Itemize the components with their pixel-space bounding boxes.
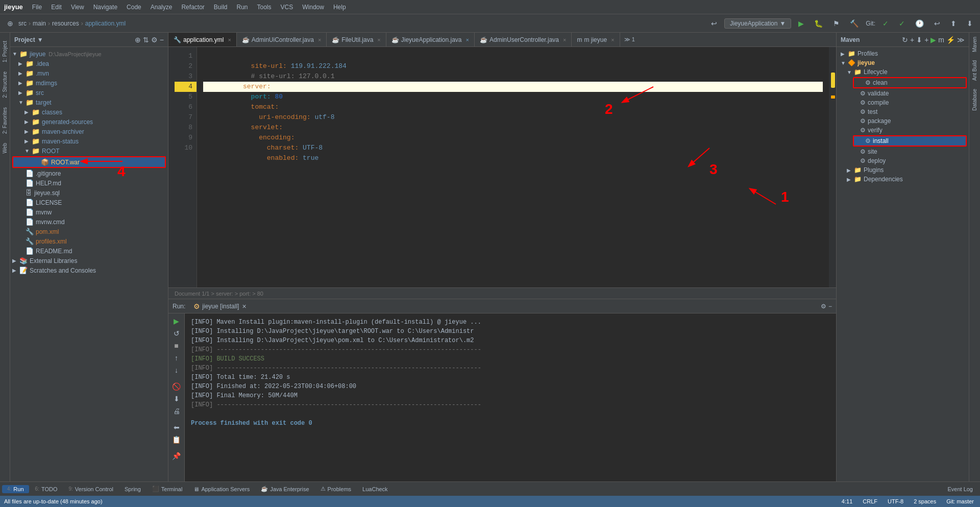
toolbar-back-icon[interactable]: ⊕ xyxy=(4,18,16,29)
run-config-selector[interactable]: JieyueApplication ▼ xyxy=(724,18,791,29)
left-strip-structure[interactable]: 2: Structure xyxy=(1,67,9,102)
bottom-tab-todo[interactable]: 6: TODO xyxy=(30,485,63,493)
tree-mdimgs[interactable]: ▶ 📁 mdimgs xyxy=(10,78,168,88)
statusbar-encoding[interactable]: UTF-8 xyxy=(886,498,905,504)
maven-package[interactable]: ⚙ package xyxy=(837,116,969,126)
maven-run-icon[interactable]: ▶ xyxy=(930,36,936,44)
tab-AdminUserController[interactable]: ☕ AdminUserController.java × xyxy=(475,33,572,47)
bottom-tab-spring[interactable]: Spring xyxy=(119,485,146,493)
tree-README-md[interactable]: 📄 README.md xyxy=(10,246,168,256)
bottom-tab-java-enterprise[interactable]: ☕ Java Enterprise xyxy=(256,485,314,493)
statusbar-crlf[interactable]: CRLF xyxy=(861,498,879,504)
maven-jieyue[interactable]: ▼ 🔶 jieyue xyxy=(837,58,969,67)
menu-view[interactable]: View xyxy=(67,3,88,12)
event-log-btn[interactable]: Event Log xyxy=(942,485,978,493)
tab-jieyue-maven[interactable]: m m jieyue × xyxy=(572,33,620,47)
tree-generated-sources[interactable]: ▶ 📁 generated-sources xyxy=(10,117,168,127)
git-history[interactable]: 🕐 xyxy=(912,18,927,29)
git-checkmark1[interactable]: ✓ xyxy=(879,18,892,29)
run-tab-close[interactable]: × xyxy=(242,302,246,310)
tab-fileutil-close[interactable]: × xyxy=(377,37,380,43)
statusbar-spaces[interactable]: 2 spaces xyxy=(912,498,938,504)
maven-expand-all-icon[interactable]: ≫ xyxy=(957,36,965,44)
locate-icon[interactable]: ⊕ xyxy=(135,36,141,44)
tree-target[interactable]: ▼ 📁 target xyxy=(10,98,168,107)
tree-gitignore[interactable]: 📄 .gitignore xyxy=(10,168,168,178)
maven-test[interactable]: ⚙ test xyxy=(837,107,969,116)
git-rollback[interactable]: ↩ xyxy=(931,18,943,29)
tree-profiles-xml[interactable]: 🔧 profiles.xml xyxy=(10,236,168,246)
undo-icon[interactable]: ↩ xyxy=(708,18,720,29)
statusbar-position[interactable]: 4:11 xyxy=(840,498,854,504)
coverage-button[interactable]: ⚑ xyxy=(830,18,843,29)
tab-AdminUiController[interactable]: ☕ AdminUiController.java × xyxy=(237,33,327,47)
tab-FileUtil[interactable]: ☕ FileUtil.java × xyxy=(327,33,386,47)
tree-ROOT[interactable]: ▼ 📁 ROOT xyxy=(10,146,168,156)
breadcrumb-main[interactable]: main xyxy=(33,20,46,27)
editor-content[interactable]: site-url: 119.91.222.184 # site-url: 127… xyxy=(197,47,829,287)
settings-icon[interactable]: ⚙ xyxy=(151,36,158,44)
maven-compile[interactable]: ⚙ compile xyxy=(837,98,969,107)
tree-mvnw[interactable]: 📄 mvnw xyxy=(10,207,168,217)
close-panel-icon[interactable]: − xyxy=(160,36,164,44)
bottom-tab-version-control[interactable]: 9: Version Control xyxy=(63,485,118,493)
menu-file[interactable]: File xyxy=(28,3,46,12)
tree-src[interactable]: ▶ 📁 src xyxy=(10,88,168,98)
breadcrumb-resources[interactable]: resources xyxy=(52,20,79,27)
bottom-tab-terminal[interactable]: ⬛ Terminal xyxy=(147,485,188,493)
tree-maven-status[interactable]: ▶ 📁 maven-status xyxy=(10,136,168,146)
maven-download-icon[interactable]: ⬇ xyxy=(916,36,922,44)
run-import-btn[interactable]: ⬅ xyxy=(172,422,181,433)
run-scroll-end-btn[interactable]: ⬇ xyxy=(172,393,181,404)
maven-install[interactable]: ⚙ install xyxy=(853,135,967,147)
menu-navigate[interactable]: Navigate xyxy=(89,3,121,12)
run-copy-btn[interactable]: 📋 xyxy=(170,434,182,445)
tab-adminui-close[interactable]: × xyxy=(318,37,321,43)
left-strip-project[interactable]: 1: Project xyxy=(1,37,9,66)
run-scroll-down-btn[interactable]: ↓ xyxy=(173,365,180,376)
build-button[interactable]: 🔨 xyxy=(847,18,862,29)
run-pin-btn[interactable]: 📌 xyxy=(170,450,182,462)
tab-overflow[interactable]: ≫ 1 xyxy=(622,36,637,43)
tab-JieyueApplication[interactable]: ☕ JieyueApplication.java × xyxy=(386,33,475,47)
breadcrumb-src[interactable]: src xyxy=(18,20,27,27)
tab-adminuser-close[interactable]: × xyxy=(563,37,566,43)
maven-clean[interactable]: ⚙ clean xyxy=(853,77,967,88)
left-strip-web[interactable]: Web xyxy=(1,139,9,157)
git-checkmark2[interactable]: ✓ xyxy=(896,18,908,29)
tree-idea[interactable]: ▶ 📁 .idea xyxy=(10,59,168,68)
tree-jieyue-sql[interactable]: 🗄 jieyue.sql xyxy=(10,188,168,198)
bottom-tab-run[interactable]: 4: Run xyxy=(2,485,29,493)
tree-root[interactable]: ▼ 📁 jieyue D:\JavaProject\jieyue xyxy=(10,49,168,59)
run-rerun-btn[interactable]: ↺ xyxy=(172,328,181,339)
project-dropdown-icon[interactable]: ▼ xyxy=(37,36,43,43)
maven-add-icon[interactable]: + xyxy=(910,36,914,44)
tree-mvn[interactable]: ▶ 📁 .mvn xyxy=(10,68,168,78)
menu-build[interactable]: Build xyxy=(210,3,232,12)
right-strip-database[interactable]: Database xyxy=(971,85,978,115)
tree-external-libs[interactable]: ▶ 📚 External Libraries xyxy=(10,256,168,265)
maven-menu-icon[interactable]: m xyxy=(938,36,944,44)
maven-more-icon[interactable]: + xyxy=(924,36,928,44)
menu-tools[interactable]: Tools xyxy=(253,3,276,12)
tree-classes[interactable]: ▶ 📁 classes xyxy=(10,107,168,117)
maven-refresh-icon[interactable]: ↻ xyxy=(902,36,908,44)
tab-jieyue-close[interactable]: × xyxy=(466,37,469,43)
run-stop-btn[interactable]: ■ xyxy=(173,340,180,351)
maven-validate[interactable]: ⚙ validate xyxy=(837,89,969,98)
tree-ROOT-war[interactable]: 📦 ROOT.war xyxy=(12,156,166,168)
menu-vcs[interactable]: VCS xyxy=(277,3,298,12)
maven-lifecycle[interactable]: ▼ 📁 Lifecycle xyxy=(837,67,969,77)
menu-run[interactable]: Run xyxy=(233,3,252,12)
git-push[interactable]: ⬆ xyxy=(947,18,960,29)
maven-dependencies[interactable]: ▶ 📁 Dependencies xyxy=(837,175,969,184)
maven-profiles[interactable]: ▶ 📁 Profiles xyxy=(837,49,969,58)
bottom-tab-problems[interactable]: ⚠ Problems xyxy=(315,485,356,493)
maven-site[interactable]: ⚙ site xyxy=(837,147,969,156)
statusbar-git[interactable]: Git: master xyxy=(944,498,976,504)
maven-deploy[interactable]: ⚙ deploy xyxy=(837,156,969,165)
expand-icon[interactable]: ⇅ xyxy=(143,36,149,44)
tab-application-yml[interactable]: 🔧 application.yml × xyxy=(168,33,237,47)
tree-scratches[interactable]: ▶ 📝 Scratches and Consoles xyxy=(10,265,168,275)
tab-yml-close[interactable]: × xyxy=(228,37,231,43)
